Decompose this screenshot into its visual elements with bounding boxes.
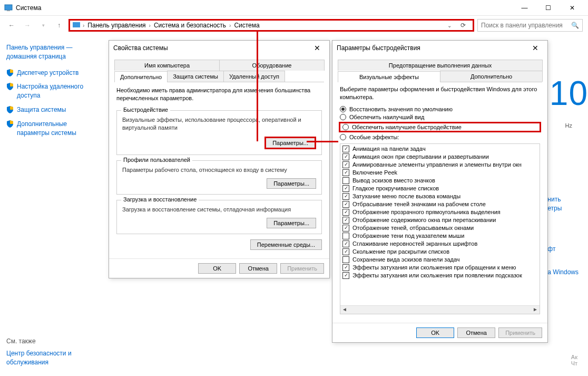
checkbox-icon[interactable]: [342, 193, 349, 200]
cancel-button[interactable]: Отмена: [457, 327, 495, 338]
checklist-item[interactable]: Эффекты затухания или скольжения при поя…: [341, 272, 538, 279]
ok-button[interactable]: OK: [416, 327, 454, 338]
checklist-item[interactable]: Сохранение вида эскизов панели задач: [341, 256, 538, 264]
checklist-item[interactable]: Вывод эскизов вместо значков: [341, 177, 538, 185]
checklist-item[interactable]: Анимированные элементы управления и элем…: [341, 161, 538, 169]
minimize-button[interactable]: —: [513, 0, 536, 16]
radio-option[interactable]: Обеспечить наилучший вид: [340, 114, 540, 120]
checkbox-icon[interactable]: [342, 217, 349, 224]
profiles-settings-button[interactable]: Параметры...: [267, 178, 316, 189]
checkbox-icon[interactable]: [342, 256, 349, 263]
sidebar-item-remote[interactable]: Настройка удаленного доступа: [6, 82, 99, 100]
dialog-titlebar[interactable]: Параметры быстродействия ✕: [332, 41, 547, 55]
instruction-text: Выберите параметры оформления и быстроде…: [340, 85, 540, 102]
radio-icon[interactable]: [342, 124, 349, 130]
radio-option[interactable]: Особые эффекты:: [340, 134, 540, 140]
search-box[interactable]: 🔍: [477, 19, 583, 32]
tab-advanced[interactable]: Дополнительно: [114, 71, 168, 82]
checklist-item[interactable]: Скольжение при раскрытии списков: [341, 248, 538, 256]
checkbox-icon[interactable]: [342, 240, 349, 247]
tab-computer-name[interactable]: Имя компьютера: [114, 60, 220, 71]
startup-settings-button[interactable]: Параметры...: [267, 218, 316, 228]
env-vars-button[interactable]: Переменные среды...: [250, 239, 322, 250]
breadcrumb-seg[interactable]: Панель управления: [86, 22, 146, 29]
bg-link[interactable]: фт: [547, 245, 579, 254]
search-icon[interactable]: 🔍: [571, 22, 579, 29]
effects-checklist[interactable]: Анимация на панели задачАнимация окон пр…: [340, 143, 540, 314]
cancel-button[interactable]: Отмена: [239, 263, 277, 274]
close-icon[interactable]: ✕: [527, 44, 543, 52]
checkbox-icon[interactable]: [342, 177, 349, 184]
apply-button[interactable]: Применить: [498, 327, 542, 338]
checklist-item[interactable]: Гладкое прокручивание списков: [341, 185, 538, 192]
checkbox-icon[interactable]: [342, 185, 349, 192]
addr-dropdown-icon[interactable]: ⌄: [445, 23, 454, 28]
scroll-left-icon[interactable]: ◄: [340, 305, 349, 314]
tab-dep[interactable]: Предотвращение выполнения данных: [338, 60, 543, 71]
ok-button[interactable]: OK: [198, 263, 236, 274]
checkbox-icon[interactable]: [342, 201, 349, 208]
checkbox-icon[interactable]: [342, 153, 349, 160]
dialog-titlebar[interactable]: Свойства системы ✕: [109, 41, 329, 55]
checkbox-icon[interactable]: [342, 146, 349, 152]
checkbox-icon[interactable]: [342, 225, 349, 232]
checkbox-icon[interactable]: [342, 161, 349, 168]
checklist-item[interactable]: Отображение содержимого окна при перетас…: [341, 216, 538, 224]
radio-icon[interactable]: [340, 134, 346, 140]
checklist-item[interactable]: Затухание меню после вызова команды: [341, 192, 538, 200]
checklist-item[interactable]: Сглаживание неровностей экранных шрифтов: [341, 240, 538, 248]
checklist-item[interactable]: Эффекты затухания или скольжения при обр…: [341, 264, 538, 272]
checkbox-icon[interactable]: [342, 169, 349, 176]
radio-option[interactable]: Восстановить значения по умолчанию: [340, 106, 540, 112]
breadcrumb-seg[interactable]: Система и безопасность: [153, 22, 227, 29]
radio-icon[interactable]: [340, 106, 346, 112]
checklist-label: Скольжение при раскрытии списков: [352, 248, 449, 255]
control-panel-home-link[interactable]: Панель управления — домашняя страница: [6, 43, 99, 61]
back-button[interactable]: ←: [5, 19, 18, 32]
checklist-item[interactable]: Отображение прозрачного прямоугольника в…: [341, 208, 538, 216]
checkbox-icon[interactable]: [342, 264, 349, 271]
tab-hardware[interactable]: Оборудование: [219, 60, 325, 71]
radio-best-performance[interactable]: Обеспечить наилучшее быстродействие: [339, 122, 541, 132]
refresh-icon[interactable]: ⟳: [456, 19, 471, 32]
radio-icon[interactable]: [340, 114, 346, 120]
security-center-link[interactable]: Центр безопасности и обслуживания: [6, 349, 99, 367]
checklist-item[interactable]: Анимация окон при свертывании и разверты…: [341, 153, 538, 161]
checklist-item[interactable]: Включение Peek: [341, 169, 538, 177]
checklist-label: Сохранение вида эскизов панели задач: [352, 256, 460, 263]
checklist-label: Анимация на панели задач: [352, 146, 426, 152]
checkbox-icon[interactable]: [342, 233, 349, 239]
apply-button[interactable]: Применить: [280, 263, 324, 274]
sidebar-item-protection[interactable]: Защита системы: [6, 105, 99, 114]
group-desc: Параметры рабочего стола, относящиеся ко…: [122, 166, 316, 174]
checklist-item[interactable]: Отбрасывание теней значками на рабочем с…: [341, 200, 538, 208]
history-drop[interactable]: ▾: [37, 19, 50, 32]
performance-settings-button[interactable]: Параметры...: [264, 137, 316, 149]
bg-link[interactable]: нить етры: [547, 195, 579, 213]
maximize-button[interactable]: ☐: [536, 0, 560, 16]
forward-button[interactable]: →: [21, 19, 34, 32]
profiles-group: Профили пользователей Параметры рабочего…: [116, 160, 322, 195]
up-button[interactable]: ↑: [53, 19, 65, 32]
checkbox-icon[interactable]: [342, 209, 349, 216]
scroll-right-icon[interactable]: ►: [531, 305, 540, 314]
checklist-item[interactable]: Отображение тени под указателем мыши: [341, 232, 538, 240]
checkbox-icon[interactable]: [342, 248, 349, 255]
horizontal-scrollbar[interactable]: ◄ ►: [340, 305, 540, 314]
tab-advanced[interactable]: Дополнительно: [440, 71, 543, 82]
checkbox-icon[interactable]: [342, 272, 349, 279]
search-input[interactable]: [481, 22, 571, 29]
checklist-item[interactable]: Отображение теней, отбрасываемых окнами: [341, 224, 538, 232]
close-icon[interactable]: ✕: [309, 44, 325, 52]
tab-remote[interactable]: Удаленный доступ: [223, 71, 285, 82]
breadcrumb[interactable]: › Панель управления › Система и безопасн…: [68, 19, 474, 32]
checklist-item[interactable]: Анимация на панели задач: [341, 145, 538, 153]
sidebar-item-advanced[interactable]: Дополнительные параметры системы: [6, 120, 99, 138]
breadcrumb-seg[interactable]: Система: [233, 22, 260, 29]
bg-link[interactable]: а Windows: [547, 268, 579, 277]
tab-protection[interactable]: Защита системы: [167, 71, 224, 82]
sidebar-item-device-manager[interactable]: Диспетчер устройств: [6, 69, 99, 78]
tab-visual-effects[interactable]: Визуальные эффекты: [338, 71, 440, 82]
close-button[interactable]: ✕: [560, 0, 584, 16]
checklist-label: Эффекты затухания или скольжения при обр…: [352, 264, 516, 271]
